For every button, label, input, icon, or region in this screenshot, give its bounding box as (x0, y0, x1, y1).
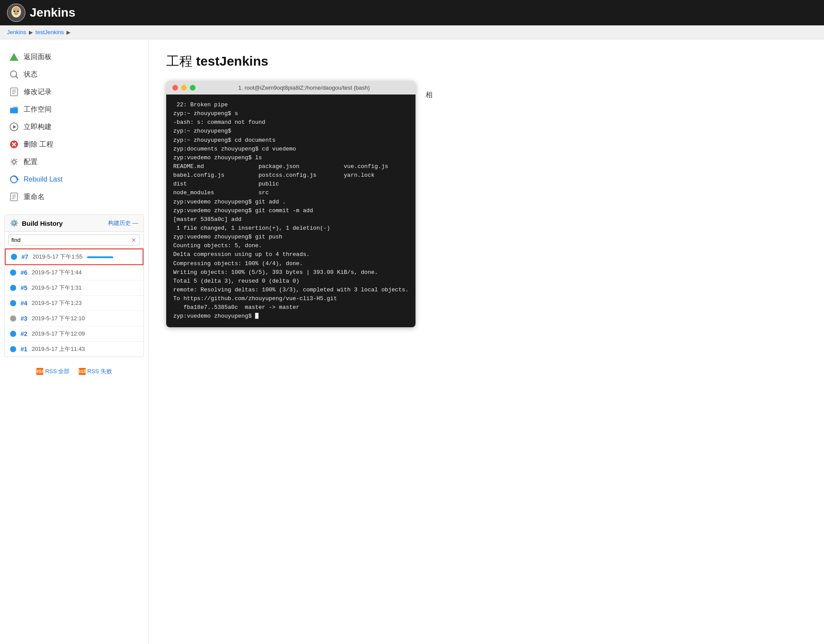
rss-fail-icon: RSS (79, 368, 86, 375)
build-row[interactable]: #72019-5-17 下午1:55 (5, 248, 143, 265)
breadcrumb-sep-1: ▶ (29, 29, 33, 35)
svg-marker-5 (10, 53, 18, 61)
build-time: 2019-5-17 下午1:44 (32, 269, 82, 276)
breadcrumb-project[interactable]: testJenkins (35, 29, 64, 35)
main-layout: 返回面板状态修改记录工作空间立即构建删除 工程配置Rebuild Last重命名… (0, 39, 824, 644)
main-content: 工程 testJenkins 1. root@iZwm9oqt8pia8iZ:/… (149, 39, 824, 644)
terminal-close-btn[interactable] (172, 85, 178, 91)
build-number-link[interactable]: #5 (21, 284, 28, 291)
content-area: 1. root@iZwm9oqt8pia8iZ:/home/daogou/tes… (166, 81, 807, 327)
rss-fail-link[interactable]: RSS RSS 失败 (79, 368, 112, 375)
rss-all-icon: RSS (36, 368, 43, 375)
workspace-icon (9, 104, 19, 115)
breadcrumb-jenkins[interactable]: Jenkins (7, 29, 26, 35)
sidebar-item-label-rename: 重命名 (24, 192, 45, 202)
build-row[interactable]: #62019-5-17 下午1:44 (5, 265, 143, 280)
side-label: 相 (424, 81, 433, 85)
svg-point-18 (13, 161, 16, 164)
build-time: 2019-5-17 下午12:09 (32, 330, 85, 338)
sidebar-item-label-change-log: 修改记录 (24, 88, 52, 97)
terminal-titlebar: 1. root@iZwm9oqt8pia8iZ:/home/daogou/tes… (166, 81, 415, 94)
build-number-link[interactable]: #7 (21, 253, 28, 260)
build-number-link[interactable]: #6 (21, 269, 28, 276)
build-list: #72019-5-17 下午1:55#62019-5-17 下午1:44#520… (5, 248, 143, 357)
sidebar-item-label-back-to-panel: 返回面板 (24, 52, 52, 62)
app-header: Jenkins (0, 0, 824, 25)
build-number-link[interactable]: #1 (21, 346, 28, 353)
configure-icon (9, 157, 19, 167)
sidebar-item-rebuild-last[interactable]: Rebuild Last (4, 171, 144, 188)
terminal-maximize-btn[interactable] (190, 85, 196, 91)
build-history-link[interactable]: 构建历史 — (108, 219, 138, 227)
build-status-dot (10, 300, 16, 306)
sidebar-item-build-now[interactable]: 立即构建 (4, 118, 144, 136)
build-status-dot (10, 331, 16, 337)
sidebar-item-label-status: 状态 (24, 70, 38, 79)
build-status-dot (11, 254, 17, 260)
page-title: 工程 testJenkins (166, 52, 807, 70)
build-time: 2019-5-17 上午11:43 (32, 345, 85, 353)
build-time: 2019-5-17 下午12:10 (32, 315, 85, 322)
terminal-title-text: 1. root@iZwm9oqt8pia8iZ:/home/daogou/tes… (199, 84, 409, 91)
sidebar-item-rename[interactable]: 重命名 (4, 188, 144, 206)
build-row[interactable]: #32019-5-17 下午12:10 (5, 311, 143, 326)
svg-point-6 (10, 71, 17, 77)
build-now-icon (9, 122, 19, 132)
breadcrumb-sep-2: ▶ (66, 29, 70, 35)
svg-marker-14 (13, 125, 16, 129)
app-title: Jenkins (30, 6, 75, 20)
svg-point-2 (13, 7, 20, 13)
terminal-body: 22: Broken pipe zyp:~ zhouyupeng$ s -bas… (166, 94, 415, 327)
sidebar-item-label-build-now: 立即构建 (24, 122, 52, 132)
jenkins-logo (7, 4, 25, 22)
sidebar-item-label-delete: 删除 工程 (24, 140, 53, 149)
build-number-link[interactable]: #3 (21, 315, 28, 322)
sidebar-item-workspace[interactable]: 工作空间 (4, 101, 144, 118)
svg-point-3 (14, 10, 15, 12)
sidebar-item-status[interactable]: 状态 (4, 66, 144, 83)
build-status-dot (10, 270, 16, 276)
rss-fail-label: RSS 失败 (87, 368, 112, 375)
build-status-dot (10, 346, 16, 352)
sidebar-item-label-workspace: 工作空间 (24, 105, 52, 114)
svg-point-4 (17, 10, 19, 12)
build-history-header: ⚙️ Build History 构建历史 — (5, 215, 143, 232)
terminal-minimize-btn[interactable] (181, 85, 187, 91)
sidebar: 返回面板状态修改记录工作空间立即构建删除 工程配置Rebuild Last重命名… (0, 39, 149, 644)
build-status-dot (10, 315, 16, 322)
build-row[interactable]: #12019-5-17 上午11:43 (5, 342, 143, 357)
rename-icon (9, 192, 19, 202)
status-icon (9, 69, 19, 80)
build-progress-bar (87, 256, 113, 258)
build-history-title: ⚙️ Build History (10, 219, 63, 227)
terminal-window: 1. root@iZwm9oqt8pia8iZ:/home/daogou/tes… (166, 81, 415, 327)
rss-all-link[interactable]: RSS RSS 全部 (36, 368, 70, 375)
change-log-icon (9, 87, 19, 97)
page-title-prefix: 工程 (166, 54, 196, 68)
svg-marker-20 (17, 178, 19, 181)
svg-rect-12 (10, 108, 18, 113)
sidebar-item-change-log[interactable]: 修改记录 (4, 83, 144, 101)
build-time: 2019-5-17 下午1:55 (33, 253, 83, 261)
build-history-label: Build History (22, 220, 63, 227)
build-status-dot (10, 285, 16, 291)
build-row[interactable]: #52019-5-17 下午1:31 (5, 280, 143, 296)
build-time: 2019-5-17 下午1:31 (32, 284, 82, 292)
page-title-project: testJenkins (196, 54, 268, 68)
sidebar-item-back-to-panel[interactable]: 返回面板 (4, 48, 144, 66)
rebuild-last-icon (9, 174, 19, 185)
build-number-link[interactable]: #4 (21, 300, 28, 307)
build-row[interactable]: #22019-5-17 下午12:09 (5, 326, 143, 342)
search-input[interactable] (8, 234, 140, 245)
sidebar-item-delete[interactable]: 删除 工程 (4, 136, 144, 153)
rss-all-label: RSS 全部 (45, 368, 70, 375)
svg-line-7 (16, 76, 18, 78)
sidebar-item-configure[interactable]: 配置 (4, 153, 144, 171)
build-history-panel: ⚙️ Build History 构建历史 — ✕ #72019-5-17 下午… (4, 214, 144, 357)
build-time: 2019-5-17 下午1:23 (32, 299, 82, 307)
build-row[interactable]: #42019-5-17 下午1:23 (5, 296, 143, 311)
search-clear-icon[interactable]: ✕ (131, 237, 136, 244)
rss-footer: RSS RSS 全部 RSS RSS 失败 (4, 360, 144, 382)
build-number-link[interactable]: #2 (21, 330, 28, 337)
gear-icon: ⚙️ (10, 219, 18, 227)
